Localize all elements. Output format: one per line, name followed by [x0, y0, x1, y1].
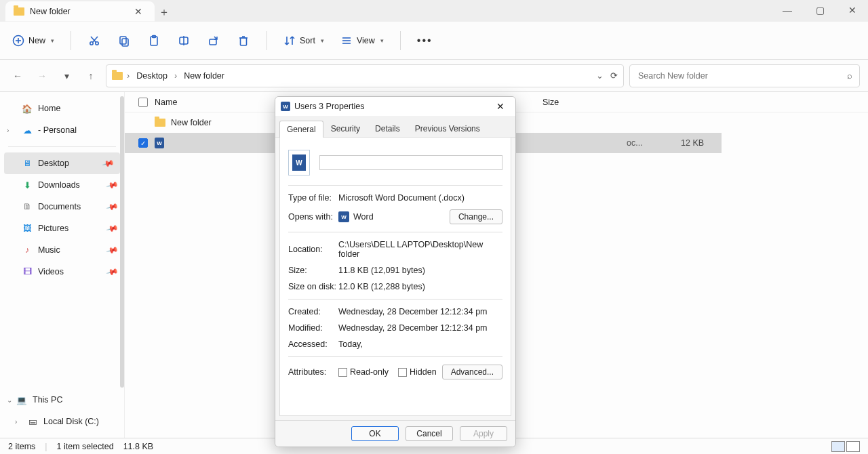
label-size-on-disk: Size on disk: — [288, 282, 338, 291]
rename-button[interactable] — [172, 28, 196, 53]
minimize-button[interactable]: — — [776, 1, 799, 19]
sidebar-videos[interactable]: 🎞 Videos 📌 — [0, 261, 124, 283]
refresh-icon[interactable]: ⟳ — [610, 70, 618, 81]
tab-close-button[interactable]: ✕ — [130, 5, 146, 18]
label-size: Size: — [288, 266, 338, 275]
sidebar-downloads[interactable]: ⬇ Downloads 📌 — [0, 174, 124, 196]
sidebar-desktop[interactable]: 🖥 Desktop 📌 — [4, 152, 120, 174]
ok-button[interactable]: OK — [351, 426, 399, 441]
toolbar-separator — [71, 31, 71, 50]
sidebar-scrollbar[interactable] — [120, 96, 124, 388]
svg-rect-8 — [122, 39, 128, 46]
label-created: Created: — [288, 307, 338, 316]
navigation-pane: 🏠 Home › ☁ - Personal 🖥 Desktop 📌 ⬇ Down… — [0, 92, 125, 438]
video-icon: 🎞 — [22, 266, 33, 277]
sort-button[interactable]: Sort ▾ — [278, 28, 330, 53]
plus-circle-icon — [12, 35, 24, 47]
dialog-title: Users 3 Properties — [294, 102, 365, 111]
pictures-icon: 🖼 — [22, 223, 33, 234]
desktop-icon: 🖥 — [22, 158, 33, 169]
label-opens-with: Opens with: — [288, 212, 338, 222]
tab-general[interactable]: General — [279, 121, 323, 138]
copy-button[interactable] — [112, 28, 136, 53]
value-created-date: Wednesday, 28 December — [338, 307, 440, 316]
change-button[interactable]: Change... — [450, 209, 502, 224]
breadcrumb-current[interactable]: New folder — [181, 71, 227, 81]
drive-icon: 🖴 — [27, 416, 38, 427]
dialog-close-button[interactable]: ✕ — [491, 99, 510, 114]
sidebar-onedrive[interactable]: › ☁ - Personal — [0, 119, 124, 141]
up-button[interactable]: ↑ — [81, 66, 100, 85]
sidebar-label: Local Disk (C:) — [43, 417, 99, 426]
close-window-button[interactable]: ✕ — [841, 1, 864, 19]
select-all-checkbox[interactable] — [138, 98, 148, 107]
pin-icon: 📌 — [106, 200, 119, 213]
pin-icon: 📌 — [106, 265, 119, 278]
file-type-icon: W — [288, 150, 310, 176]
sidebar-music[interactable]: ♪ Music 📌 — [0, 239, 124, 261]
back-button[interactable]: ← — [8, 66, 27, 85]
sidebar-this-pc[interactable]: ⌄ 💻 This PC — [0, 389, 124, 411]
recent-locations-button[interactable]: ▾ — [57, 66, 76, 85]
search-box[interactable]: ⌕ — [629, 64, 860, 87]
sidebar-documents[interactable]: 🗎 Documents 📌 — [0, 196, 124, 218]
hidden-checkbox[interactable] — [398, 368, 407, 377]
tab-previous-versions[interactable]: Previous Versions — [408, 120, 488, 137]
view-button[interactable]: View ▾ — [335, 28, 389, 53]
new-button[interactable]: New ▾ — [7, 28, 60, 53]
column-size[interactable]: Size — [542, 98, 559, 107]
item-size: 12 KB — [681, 138, 704, 148]
tab-details[interactable]: Details — [368, 120, 408, 137]
window-controls: — ▢ ✕ — [776, 1, 864, 19]
clipboard-icon — [148, 35, 160, 47]
label-accessed: Accessed: — [288, 339, 338, 349]
rename-icon — [178, 35, 190, 47]
tab-security[interactable]: Security — [323, 120, 368, 137]
new-label: New — [28, 36, 45, 45]
readonly-checkbox[interactable] — [338, 368, 347, 377]
sidebar-pictures[interactable]: 🖼 Pictures 📌 — [0, 218, 124, 239]
more-button[interactable]: ••• — [412, 28, 438, 53]
value-size-on-disk: 12.0 KB (12,288 bytes) — [338, 282, 502, 291]
cancel-button[interactable]: Cancel — [406, 426, 453, 441]
advanced-button[interactable]: Advanced... — [442, 365, 502, 379]
new-tab-button[interactable]: ＋ — [155, 3, 174, 22]
item-checkbox[interactable]: ✓ — [138, 138, 148, 148]
details-view-button[interactable] — [831, 441, 845, 452]
breadcrumb-desktop[interactable]: Desktop — [134, 71, 170, 81]
status-selection-size: 11.8 KB — [123, 442, 153, 451]
window-tab[interactable]: New folder ✕ — [5, 1, 155, 22]
search-icon: ⌕ — [847, 71, 852, 81]
apply-button[interactable]: Apply — [460, 426, 507, 441]
delete-button[interactable] — [231, 28, 256, 53]
address-bar[interactable]: › Desktop › New folder ⌄ ⟳ — [106, 64, 624, 87]
home-icon: 🏠 — [22, 103, 33, 114]
chevron-down-icon[interactable]: ⌄ — [7, 396, 12, 404]
sidebar-separator — [8, 146, 116, 147]
forward-button[interactable]: → — [33, 66, 52, 85]
thumbnails-view-button[interactable] — [846, 441, 860, 452]
label-hidden: Hidden — [410, 367, 437, 377]
sidebar-local-disk[interactable]: › 🖴 Local Disk (C:) — [0, 411, 124, 432]
paste-button[interactable] — [142, 28, 166, 53]
filename-input[interactable] — [319, 155, 502, 170]
share-button[interactable] — [201, 28, 226, 53]
value-created-time: 12:12:34 pm — [440, 307, 488, 316]
pin-icon: 📌 — [102, 157, 115, 170]
sidebar-home[interactable]: 🏠 Home — [0, 98, 124, 119]
toolbar: New ▾ Sort ▾ View ▾ ••• — [0, 22, 868, 60]
chevron-right-icon[interactable]: › — [15, 418, 17, 426]
sidebar-label: Documents — [38, 202, 81, 211]
folder-icon — [155, 119, 165, 127]
chevron-right-icon[interactable]: › — [7, 127, 9, 134]
navigation-row: ← → ▾ ↑ › Desktop › New folder ⌄ ⟳ ⌕ — [0, 60, 868, 92]
dialog-titlebar[interactable]: W Users 3 Properties ✕ — [275, 97, 515, 116]
maximize-button[interactable]: ▢ — [808, 1, 831, 19]
cut-button[interactable] — [82, 28, 106, 53]
chevron-down-icon[interactable]: ⌄ — [596, 70, 604, 81]
pc-icon: 💻 — [16, 394, 27, 405]
sidebar-label: - Personal — [38, 125, 77, 135]
tab-title: New folder — [30, 7, 71, 16]
download-icon: ⬇ — [22, 180, 33, 190]
search-input[interactable] — [637, 70, 847, 81]
